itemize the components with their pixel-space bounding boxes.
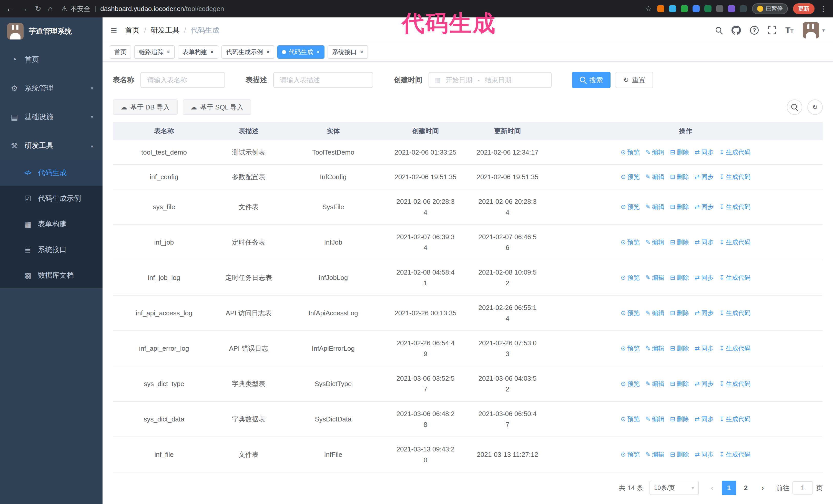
extension-icon[interactable]	[681, 5, 688, 12]
next-page-button[interactable]: ›	[756, 481, 770, 495]
sidebar-item-home[interactable]: ◔ 首页	[0, 45, 102, 74]
forward-button[interactable]: →	[21, 5, 28, 13]
sync-action[interactable]: ⇄同步	[695, 171, 714, 182]
edit-action[interactable]: ✎编辑	[645, 449, 664, 460]
table-name-input[interactable]	[140, 72, 225, 88]
extension-icon[interactable]	[669, 5, 676, 12]
delete-action[interactable]: ⊟删除	[670, 378, 689, 389]
sync-action[interactable]: ⇄同步	[695, 343, 714, 354]
tab-close-icon[interactable]: ×	[316, 48, 320, 56]
preview-action[interactable]: ⊙预览	[621, 147, 640, 158]
sync-action[interactable]: ⇄同步	[695, 378, 714, 389]
search-button[interactable]: 搜索	[572, 72, 611, 88]
preview-action[interactable]: ⊙预览	[621, 449, 640, 460]
sync-action[interactable]: ⇄同步	[695, 237, 714, 248]
bookmark-star-icon[interactable]: ☆	[645, 5, 652, 13]
preview-action[interactable]: ⊙预览	[621, 308, 640, 318]
generate-code-action[interactable]: ↧生成代码	[719, 147, 751, 158]
tab-close-icon[interactable]: ×	[167, 48, 170, 56]
github-icon[interactable]	[732, 26, 741, 35]
tab-link-tracing[interactable]: 链路追踪 ×	[134, 45, 175, 59]
delete-action[interactable]: ⊟删除	[670, 308, 689, 318]
generate-code-action[interactable]: ↧生成代码	[719, 414, 751, 425]
import-db-button[interactable]: ☁ 基于 DB 导入	[113, 99, 177, 115]
delete-action[interactable]: ⊟删除	[670, 147, 689, 158]
preview-action[interactable]: ⊙预览	[621, 171, 640, 182]
page-button-2[interactable]: 2	[739, 481, 753, 495]
extension-icon[interactable]	[716, 5, 723, 12]
preview-action[interactable]: ⊙预览	[621, 414, 640, 425]
extension-icon[interactable]	[704, 5, 712, 12]
sidebar-item-system-api[interactable]: ≣ 系统接口	[0, 237, 102, 263]
preview-action[interactable]: ⊙预览	[621, 237, 640, 248]
sync-action[interactable]: ⇄同步	[695, 414, 714, 425]
generate-code-action[interactable]: ↧生成代码	[719, 308, 751, 318]
tab-close-icon[interactable]: ×	[210, 48, 214, 56]
update-button[interactable]: 更新	[793, 3, 814, 14]
hamburger-icon[interactable]: ≡	[111, 25, 117, 35]
address-bar[interactable]: ⚠ 不安全 | dashboard.yudao.iocoder.cn/tool/…	[61, 4, 224, 13]
page-button-1[interactable]: 1	[722, 481, 736, 495]
generate-code-action[interactable]: ↧生成代码	[719, 201, 751, 212]
generate-code-action[interactable]: ↧生成代码	[719, 171, 751, 182]
generate-code-action[interactable]: ↧生成代码	[719, 449, 751, 460]
sidebar-item-infrastructure[interactable]: ▤ 基础设施 ▾	[0, 102, 102, 131]
goto-page-input[interactable]	[792, 481, 813, 495]
extension-icon[interactable]	[740, 5, 747, 12]
delete-action[interactable]: ⊟删除	[670, 272, 689, 283]
page-size-select[interactable]: 10条/页 ▾	[649, 481, 699, 495]
kebab-menu-icon[interactable]: ⋮	[820, 5, 827, 13]
sync-action[interactable]: ⇄同步	[695, 308, 714, 318]
extension-icon[interactable]	[728, 5, 735, 12]
home-button[interactable]: ⌂	[48, 5, 52, 13]
preview-action[interactable]: ⊙预览	[621, 272, 640, 283]
sync-action[interactable]: ⇄同步	[695, 449, 714, 460]
sidebar-item-codegen[interactable]: </> 代码生成	[0, 160, 102, 186]
edit-action[interactable]: ✎编辑	[645, 201, 664, 212]
extension-icon[interactable]	[657, 5, 664, 12]
edit-action[interactable]: ✎编辑	[645, 272, 664, 283]
help-icon[interactable]: ?	[750, 26, 759, 34]
table-desc-input[interactable]	[273, 72, 373, 88]
sidebar-item-form-builder[interactable]: ▦ 表单构建	[0, 211, 102, 237]
reload-button[interactable]: ↻	[35, 5, 41, 13]
tab-close-icon[interactable]: ×	[266, 48, 270, 56]
sync-action[interactable]: ⇄同步	[695, 272, 714, 283]
preview-action[interactable]: ⊙预览	[621, 343, 640, 354]
search-icon[interactable]	[716, 27, 722, 33]
tab-system-api[interactable]: 系统接口 ×	[328, 45, 368, 59]
prev-page-button[interactable]: ‹	[705, 481, 719, 495]
tab-codegen-example[interactable]: 代码生成示例 ×	[221, 45, 274, 59]
extension-icon[interactable]	[693, 5, 700, 12]
import-sql-button[interactable]: ☁ 基于 SQL 导入	[183, 99, 252, 115]
sync-action[interactable]: ⇄同步	[695, 147, 714, 158]
reset-button[interactable]: ↻ 重置	[616, 72, 653, 88]
generate-code-action[interactable]: ↧生成代码	[719, 378, 751, 389]
edit-action[interactable]: ✎编辑	[645, 378, 664, 389]
tab-close-icon[interactable]: ×	[360, 48, 363, 56]
edit-action[interactable]: ✎编辑	[645, 147, 664, 158]
edit-action[interactable]: ✎编辑	[645, 237, 664, 248]
security-warning[interactable]: ⚠ 不安全	[61, 4, 90, 13]
delete-action[interactable]: ⊟删除	[670, 201, 689, 212]
tab-home[interactable]: 首页	[110, 45, 131, 59]
tab-codegen[interactable]: 代码生成 ×	[277, 45, 325, 59]
generate-code-action[interactable]: ↧生成代码	[719, 237, 751, 248]
edit-action[interactable]: ✎编辑	[645, 343, 664, 354]
breadcrumb-item[interactable]: 首页	[125, 25, 140, 35]
sidebar-item-codegen-example[interactable]: ☑ 代码生成示例	[0, 186, 102, 211]
generate-code-action[interactable]: ↧生成代码	[719, 272, 751, 283]
user-menu[interactable]: ▾	[803, 22, 825, 39]
preview-action[interactable]: ⊙预览	[621, 201, 640, 212]
delete-action[interactable]: ⊟删除	[670, 449, 689, 460]
font-size-icon[interactable]: TT	[785, 26, 793, 34]
app-logo[interactable]: 芋道管理系统	[0, 18, 102, 45]
sidebar-item-db-docs[interactable]: ▩ 数据库文档	[0, 263, 102, 288]
edit-action[interactable]: ✎编辑	[645, 414, 664, 425]
edit-action[interactable]: ✎编辑	[645, 308, 664, 318]
create-time-range-picker[interactable]: ▦ 开始日期 - 结束日期	[429, 72, 552, 88]
delete-action[interactable]: ⊟删除	[670, 414, 689, 425]
sidebar-item-dev-tools[interactable]: ⚒ 研发工具 ▴	[0, 131, 102, 160]
tab-form-builder[interactable]: 表单构建 ×	[178, 45, 218, 59]
generate-code-action[interactable]: ↧生成代码	[719, 343, 751, 354]
